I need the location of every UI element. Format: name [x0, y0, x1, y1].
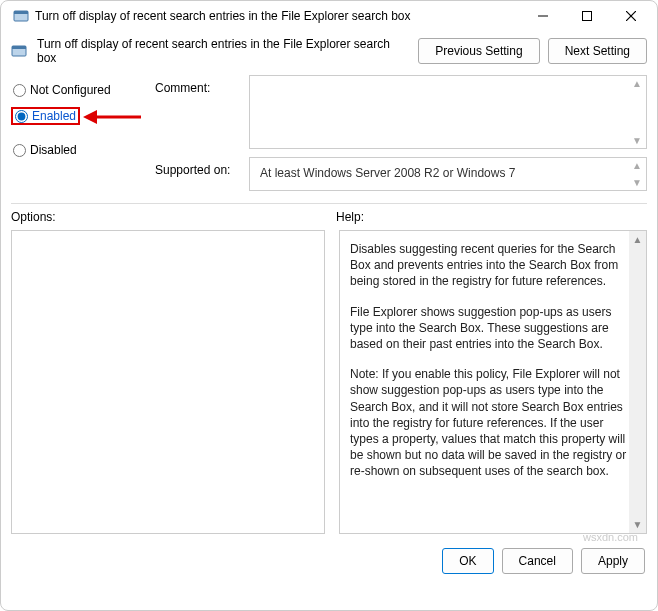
svg-marker-9 — [83, 110, 97, 124]
help-pane: Disables suggesting recent queries for t… — [339, 230, 647, 534]
options-pane — [11, 230, 325, 534]
radio-not-configured[interactable]: Not Configured — [11, 81, 145, 99]
help-label: Help: — [336, 210, 647, 224]
maximize-button[interactable] — [565, 1, 609, 31]
comment-scroll[interactable]: ▲▼ — [632, 78, 644, 146]
help-paragraph-1: Disables suggesting recent queries for t… — [350, 241, 628, 290]
svg-rect-7 — [12, 46, 26, 49]
supported-scroll[interactable]: ▲▼ — [632, 160, 644, 188]
policy-title: Turn off display of recent search entrie… — [37, 37, 408, 65]
radio-not-configured-label: Not Configured — [30, 83, 111, 97]
section-divider — [11, 203, 647, 204]
lower-panes: Disables suggesting recent queries for t… — [1, 224, 657, 534]
lower-labels: Options: Help: — [1, 210, 657, 224]
minimize-button[interactable] — [521, 1, 565, 31]
svg-rect-1 — [14, 11, 28, 14]
radio-enabled[interactable]: Enabled — [11, 107, 80, 125]
options-label: Options: — [11, 210, 336, 224]
ok-button[interactable]: OK — [442, 548, 493, 574]
annotation-arrow-icon — [83, 105, 143, 129]
window-title: Turn off display of recent search entrie… — [35, 9, 521, 23]
upper-section: Not Configured Enabled Disabled Comment: — [1, 75, 657, 191]
state-column: Not Configured Enabled Disabled — [11, 75, 145, 191]
footer-buttons: OK Cancel Apply — [1, 534, 657, 586]
svg-rect-3 — [583, 12, 592, 21]
close-button[interactable] — [609, 1, 653, 31]
comment-label: Comment: — [155, 75, 237, 95]
cancel-button[interactable]: Cancel — [502, 548, 573, 574]
watermark: wsxdn.com — [583, 531, 638, 543]
help-paragraph-2: File Explorer shows suggestion pop-ups a… — [350, 304, 628, 353]
next-setting-button[interactable]: Next Setting — [548, 38, 647, 64]
radio-enabled-label: Enabled — [32, 109, 76, 123]
help-scrollbar[interactable]: ▲▼ — [629, 231, 646, 533]
policy-editor-window: Turn off display of recent search entrie… — [0, 0, 658, 611]
radio-disabled-label: Disabled — [30, 143, 77, 157]
comment-textbox[interactable]: ▲▼ — [249, 75, 647, 149]
supported-on-textbox: At least Windows Server 2008 R2 or Windo… — [249, 157, 647, 191]
previous-setting-button[interactable]: Previous Setting — [418, 38, 539, 64]
policy-icon — [11, 43, 27, 59]
radio-disabled[interactable]: Disabled — [11, 141, 145, 159]
app-icon — [13, 8, 29, 24]
help-paragraph-3: Note: If you enable this policy, File Ex… — [350, 366, 628, 479]
fields-column: Comment: ▲▼ Supported on: At least Windo… — [155, 75, 647, 191]
supported-on-label: Supported on: — [155, 157, 237, 177]
titlebar: Turn off display of recent search entrie… — [1, 1, 657, 31]
apply-button[interactable]: Apply — [581, 548, 645, 574]
header-row: Turn off display of recent search entrie… — [1, 31, 657, 75]
supported-on-value: At least Windows Server 2008 R2 or Windo… — [260, 166, 515, 180]
